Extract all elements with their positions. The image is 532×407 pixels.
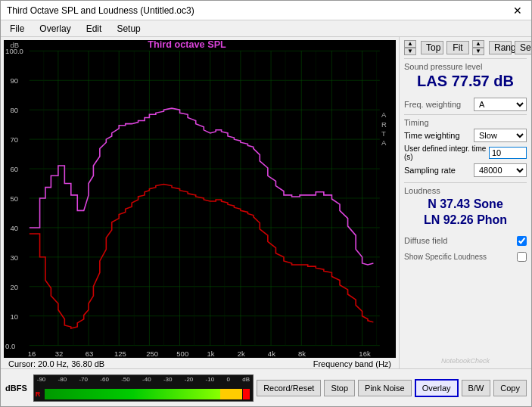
menu-overlay[interactable]: Overlay: [36, 23, 73, 35]
range-up-btn[interactable]: ▲: [472, 40, 484, 48]
menu-bar: File Overlay Edit Setup: [1, 20, 531, 37]
loudness-value: N 37.43 Sone LN 92.26 Phon: [404, 197, 527, 228]
time-weighting-row: Time weighting Slow Fast Impulse: [404, 129, 527, 142]
timing-section: Timing Time weighting Slow Fast Impulse …: [404, 114, 527, 179]
level-meter-container: -90 -80 -70 -60 -50 -40 -30 -20 -10 0 dB: [33, 374, 254, 402]
svg-text:30: 30: [10, 254, 18, 262]
diffuse-field-label: Diffuse field: [404, 236, 447, 245]
top-range-row: ▲ ▼ Top Fit ▲ ▼ Range Set: [404, 40, 527, 55]
svg-text:50: 50: [10, 195, 18, 203]
show-specific-label: Show Specific Loudness: [404, 253, 487, 261]
title-bar: Third Octave SPL and Loudness (Untitled.…: [1, 1, 531, 20]
svg-text:63: 63: [86, 350, 94, 358]
top-down-btn[interactable]: ▼: [404, 48, 416, 55]
spl-section-label: Sound pressure level: [404, 62, 527, 71]
freq-weighting-select[interactable]: A B C Z: [474, 98, 527, 111]
meter-tick-50: -50: [121, 376, 130, 383]
sampling-rate-select[interactable]: 48000 44100 96000: [474, 163, 527, 177]
top-spinner: ▲ ▼: [404, 40, 416, 55]
top-button[interactable]: Top: [421, 41, 443, 54]
svg-text:A: A: [381, 139, 387, 147]
svg-text:dB: dB: [10, 42, 19, 49]
copy-button[interactable]: Copy: [493, 380, 527, 396]
pink-noise-button[interactable]: Pink Noise: [358, 380, 412, 396]
svg-text:32: 32: [55, 350, 64, 358]
range-down-btn[interactable]: ▼: [472, 48, 484, 55]
chart-wrapper: 100.0 90 80 70 60 50 40 30 20 10 0.0 dB: [1, 37, 399, 368]
timing-title: Timing: [404, 118, 527, 127]
bottom-bar: dBFS -90 -80 -70 -60 -50 -40 -30 -20 -10…: [1, 368, 531, 406]
meter-tick-0: 0: [226, 376, 229, 383]
loudness-section: Loudness N 37.43 Sone LN 92.26 Phon: [404, 182, 527, 230]
svg-text:1k: 1k: [207, 350, 215, 358]
dbfs-label: dBFS: [5, 384, 27, 393]
meter-tick-db: dB: [242, 376, 250, 383]
time-weighting-select[interactable]: Slow Fast Impulse: [474, 129, 527, 142]
svg-text:R: R: [381, 121, 387, 129]
chart-svg: 100.0 90 80 70 60 50 40 30 20 10 0.0 dB: [4, 40, 396, 358]
spl-value: LAS 77.57 dB: [404, 73, 527, 90]
meter-tick-40: -40: [142, 376, 151, 383]
window-title: Third Octave SPL and Loudness (Untitled.…: [7, 5, 194, 16]
svg-text:0.0: 0.0: [5, 343, 15, 350]
svg-rect-0: [4, 40, 396, 358]
meter-tick-70: -70: [79, 376, 88, 383]
menu-edit[interactable]: Edit: [83, 23, 105, 35]
fit-button[interactable]: Fit: [446, 41, 469, 54]
integr-time-input[interactable]: 10: [489, 147, 527, 159]
top-up-btn[interactable]: ▲: [404, 40, 416, 48]
cursor-text: Cursor: 20.0 Hz, 36.80 dB: [8, 359, 104, 368]
meter-tick-10: -10: [206, 376, 215, 383]
meter-tick-80: -80: [58, 376, 67, 383]
meter-tick-30: -30: [163, 376, 173, 383]
meter-scale: -90 -80 -70 -60 -50 -40 -30 -20 -10 0 dB: [34, 375, 253, 384]
svg-text:16: 16: [28, 350, 36, 358]
spl-section: Sound pressure level LAS 77.57 dB: [404, 58, 527, 92]
show-specific-row: Show Specific Loudness: [404, 252, 527, 262]
svg-text:A: A: [381, 112, 387, 120]
svg-text:40: 40: [10, 225, 18, 232]
freq-weighting-row: Freq. weighting A B C Z: [404, 98, 527, 111]
svg-text:2k: 2k: [238, 350, 245, 358]
meter-tick-20: -20: [185, 376, 194, 383]
record-reset-button[interactable]: Record/Reset: [257, 380, 321, 396]
freq-band-label: Frequency band (Hz): [313, 359, 391, 368]
menu-file[interactable]: File: [7, 23, 27, 35]
show-specific-checkbox[interactable]: [517, 252, 527, 262]
main-content: 100.0 90 80 70 60 50 40 30 20 10 0.0 dB: [1, 37, 531, 368]
diffuse-field-checkbox[interactable]: [517, 236, 527, 246]
svg-text:10: 10: [10, 313, 18, 321]
set-button[interactable]: Set: [515, 41, 531, 54]
sampling-rate-label: Sampling rate: [404, 166, 474, 175]
svg-text:70: 70: [10, 136, 18, 144]
svg-text:8k: 8k: [298, 350, 306, 358]
meter-tick-90: -90: [37, 376, 46, 383]
level-meter: -90 -80 -70 -60 -50 -40 -30 -20 -10 0 dB: [33, 374, 254, 402]
range-spinner: ▲ ▼: [472, 40, 484, 55]
meter-bars: [45, 389, 250, 399]
main-window: Third Octave SPL and Loudness (Untitled.…: [0, 0, 532, 407]
svg-text:20: 20: [10, 284, 18, 291]
stop-button[interactable]: Stop: [324, 380, 355, 396]
svg-text:500: 500: [176, 350, 188, 358]
svg-text:Third octave SPL: Third octave SPL: [148, 40, 226, 50]
svg-text:80: 80: [10, 107, 18, 114]
sampling-rate-row: Sampling rate 48000 44100 96000: [404, 163, 527, 177]
overlay-button[interactable]: Overlay: [415, 379, 459, 397]
svg-text:125: 125: [114, 350, 126, 358]
integr-time-row: User defined integr. time (s) 10: [404, 144, 527, 161]
svg-text:60: 60: [10, 166, 18, 173]
svg-text:250: 250: [146, 350, 158, 358]
freq-weighting-label: Freq. weighting: [404, 100, 461, 109]
bw-button[interactable]: B/W: [462, 380, 491, 396]
integr-time-label: User defined integr. time (s): [404, 144, 489, 161]
svg-text:4k: 4k: [268, 350, 275, 358]
meter-r-label: R: [36, 390, 41, 398]
menu-setup[interactable]: Setup: [114, 23, 143, 35]
range-button[interactable]: Range: [489, 41, 512, 54]
watermark: NotebookCheck: [404, 355, 527, 365]
close-button[interactable]: ✕: [510, 5, 525, 17]
meter-green: [45, 389, 221, 399]
svg-text:90: 90: [10, 77, 18, 85]
meter-red: [243, 389, 250, 399]
